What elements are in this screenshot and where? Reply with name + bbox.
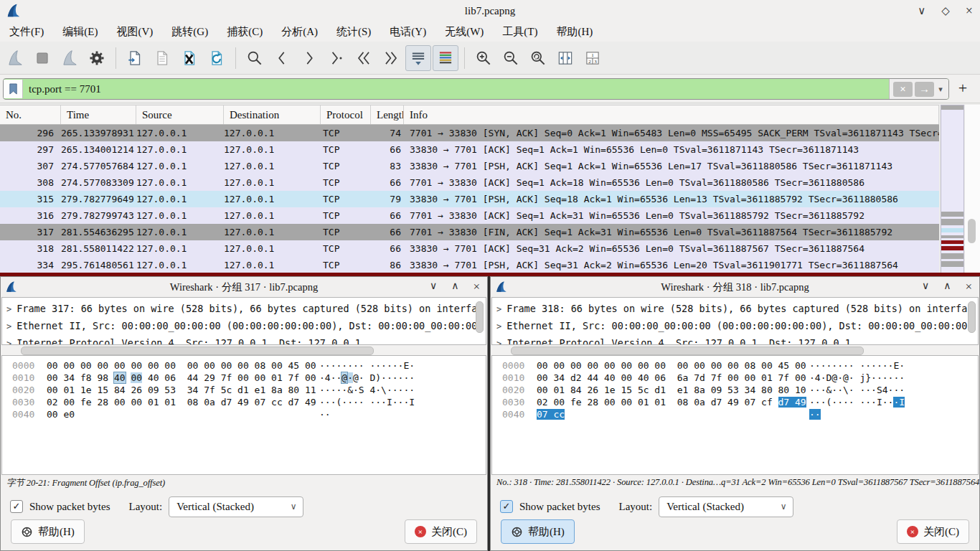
filter-apply-caret-icon[interactable]: ▾	[936, 85, 945, 94]
zoom-reset-button[interactable]	[525, 45, 551, 71]
menu-item-8[interactable]: 无线(W)	[435, 22, 493, 42]
column-header-destination[interactable]: Destination	[224, 105, 321, 124]
scrollbar-thumb[interactable]	[968, 219, 976, 243]
column-header-source[interactable]: Source	[136, 105, 224, 124]
help-button[interactable]: 帮助(H)	[501, 519, 575, 544]
titlebar[interactable]: lib7.pcapng ∨ ◇ ×	[0, 0, 980, 22]
tree-horizontal-scrollbar[interactable]	[1, 345, 487, 355]
find-packet-button[interactable]	[242, 45, 268, 71]
close-icon[interactable]: ×	[965, 280, 972, 294]
tree-row-2[interactable]: >Internet Protocol Version 4, Src: 127.0…	[6, 334, 486, 345]
maximize-icon[interactable]: ◇	[941, 4, 950, 17]
zoom-in-button[interactable]	[471, 45, 496, 71]
hex-row-0000[interactable]: 000000 00 00 00 00 00 00 00 00 00 00 00 …	[12, 359, 486, 372]
hex-row-0020[interactable]: 002000 01 1e 15 84 26 09 53 34 7f 5c d1 …	[12, 384, 486, 396]
column-header-protocol[interactable]: Protocol	[321, 105, 371, 124]
hex-row-0040[interactable]: 004000 e0··	[12, 408, 486, 420]
packet-bytes-pane[interactable]: 000000 00 00 00 00 00 00 00 00 00 00 00 …	[491, 355, 979, 475]
tree-scrollbar-thumb[interactable]	[476, 301, 484, 333]
minimize-icon[interactable]: ∨	[430, 280, 437, 294]
packet-detail-tree[interactable]: >Frame 318: 66 bytes on wire (528 bits),…	[491, 297, 979, 345]
filter-apply-button[interactable]: →	[915, 82, 934, 97]
expander-icon[interactable]: >	[6, 339, 11, 345]
close-button[interactable]: × 关闭(C)	[897, 519, 969, 544]
hex-row-0010[interactable]: 001000 34 d2 44 40 00 40 06 6a 7d 7f 00 …	[502, 372, 978, 384]
packet-row-318[interactable]: 318281.558011422127.0.0.1127.0.0.1TCP663…	[0, 240, 939, 257]
menu-item-4[interactable]: 捕获(C)	[217, 22, 272, 42]
menu-item-2[interactable]: 视图(V)	[108, 22, 163, 42]
hex-ascii[interactable]: ········ ······E·	[809, 360, 905, 371]
packet-row-334[interactable]: 334295.761480561127.0.0.1127.0.0.1TCP863…	[0, 257, 939, 273]
expander-icon[interactable]: >	[496, 304, 501, 314]
hex-ascii[interactable]: ·4··@·@· D)······	[319, 372, 415, 383]
popup-titlebar[interactable]: Wireshark · 分组 318 · lib7.pcapng ∨ ∧ ×	[491, 277, 979, 297]
menu-item-6[interactable]: 统计(S)	[327, 22, 380, 42]
reload-file-button[interactable]	[204, 45, 230, 71]
close-button[interactable]: × 关闭(C)	[405, 519, 477, 544]
filter-clear-button[interactable]: ×	[893, 82, 913, 97]
packet-row-307[interactable]: 307274.577057684127.0.0.1127.0.0.1TCP833…	[0, 158, 939, 174]
tree-scrollbar-thumb[interactable]	[968, 301, 976, 333]
popup-titlebar[interactable]: Wireshark · 分组 317 · lib7.pcapng ∨ ∧ ×	[1, 277, 487, 297]
hex-bytes[interactable]: 00 34 f8 98 40 00 40 06 44 29 7f 00 00 0…	[47, 372, 319, 384]
menu-item-0[interactable]: 文件(F)	[0, 22, 53, 42]
scrollbar-thumb[interactable]	[511, 347, 864, 355]
intelligent-scrollbar-minimap[interactable]	[941, 105, 964, 273]
minimize-icon[interactable]: ∨	[922, 280, 929, 294]
maximize-icon[interactable]: ∧	[451, 280, 458, 294]
tree-row-1[interactable]: >Ethernet II, Src: 00:00:00_00:00:00 (00…	[496, 317, 978, 334]
menu-item-10[interactable]: 帮助(H)	[547, 22, 602, 42]
help-button[interactable]: 帮助(H)	[11, 519, 85, 544]
hex-bytes[interactable]: 07 cc	[537, 408, 809, 420]
show-packet-bytes-checkbox[interactable]: ✓	[500, 500, 513, 513]
go-forward-button[interactable]	[296, 45, 322, 71]
expander-icon[interactable]: >	[6, 304, 11, 314]
column-header-time[interactable]: Time	[61, 105, 136, 124]
hex-ascii[interactable]: ··	[809, 409, 821, 420]
go-first-packet-button[interactable]	[351, 45, 377, 71]
restart-capture-button[interactable]	[57, 45, 83, 71]
menu-item-9[interactable]: 工具(T)	[493, 22, 547, 42]
column-header-no[interactable]: No.	[0, 105, 61, 124]
hex-row-0000[interactable]: 000000 00 00 00 00 00 00 00 00 00 00 00 …	[502, 359, 978, 372]
minimize-icon[interactable]: ∨	[918, 4, 925, 17]
hex-ascii[interactable]: ··	[319, 409, 331, 420]
go-last-packet-button[interactable]	[378, 45, 404, 71]
packet-list-scrollbar[interactable]	[965, 105, 980, 273]
menu-item-7[interactable]: 电话(Y)	[380, 22, 435, 42]
hex-ascii[interactable]: ·····&·S 4·\·····	[319, 385, 415, 395]
hex-bytes[interactable]: 02 00 fe 28 00 00 01 01 08 0a d7 49 07 c…	[47, 396, 319, 408]
expander-icon[interactable]: >	[496, 321, 501, 331]
filter-add-button[interactable]: +	[954, 78, 971, 98]
hex-bytes[interactable]: 02 00 fe 28 00 00 01 01 08 0a d7 49 07 c…	[537, 396, 809, 408]
show-packet-bytes-checkbox[interactable]: ✓	[10, 500, 23, 513]
packet-bytes-pane[interactable]: 000000 00 00 00 00 00 00 00 00 00 00 00 …	[1, 355, 486, 475]
column-header-length[interactable]: Length	[371, 105, 404, 124]
hex-bytes[interactable]: 00 01 1e 15 84 26 09 53 34 7f 5c d1 e1 8…	[47, 384, 319, 396]
go-back-button[interactable]	[269, 45, 295, 71]
tree-horizontal-scrollbar[interactable]	[491, 345, 979, 355]
hex-row-0010[interactable]: 001000 34 f8 98 40 00 40 06 44 29 7f 00 …	[12, 372, 486, 384]
hex-row-0030[interactable]: 003002 00 fe 28 00 00 01 01 08 0a d7 49 …	[502, 396, 978, 408]
tree-row-0[interactable]: >Frame 318: 66 bytes on wire (528 bits),…	[496, 300, 978, 317]
packet-row-316[interactable]: 316279.782799743127.0.0.1127.0.0.1TCP667…	[0, 207, 939, 224]
menu-item-5[interactable]: 分析(A)	[272, 22, 327, 42]
packet-row-297[interactable]: 297265.134001214127.0.0.1127.0.0.1TCP663…	[0, 141, 939, 158]
hex-ascii[interactable]: ········ ······E·	[319, 360, 415, 371]
packet-list-header[interactable]: No.TimeSourceDestinationProtocolLengthIn…	[0, 105, 939, 125]
hex-row-0020[interactable]: 002000 01 84 26 1e 15 5c d1 e1 8a 09 53 …	[502, 384, 978, 396]
hex-bytes[interactable]: 00 01 84 26 1e 15 5c d1 e1 8a 09 53 34 8…	[537, 384, 809, 396]
packet-row-315[interactable]: 315279.782779649127.0.0.1127.0.0.1TCP793…	[0, 191, 939, 207]
hex-bytes[interactable]: 00 00 00 00 00 00 00 00 00 00 00 00 08 0…	[47, 359, 319, 372]
packet-row-296[interactable]: 296265.133978931127.0.0.1127.0.0.1TCP747…	[0, 125, 939, 141]
hex-bytes[interactable]: 00 00 00 00 00 00 00 00 00 00 00 00 08 0…	[537, 359, 809, 372]
layout-dropdown[interactable]: Vertical (Stacked) ∨	[169, 496, 303, 517]
filter-bookmark-button[interactable]	[4, 80, 23, 98]
tree-row-2[interactable]: >Internet Protocol Version 4, Src: 127.0…	[496, 334, 978, 345]
colorize-packets-button[interactable]	[433, 45, 458, 71]
hex-ascii[interactable]: ···(···· ···I···I	[319, 397, 415, 408]
hex-bytes[interactable]: 00 34 d2 44 40 00 40 06 6a 7d 7f 00 00 0…	[537, 372, 809, 384]
column-header-info[interactable]: Info	[404, 105, 939, 124]
menu-item-3[interactable]: 跳转(G)	[162, 22, 217, 42]
packet-detail-tree[interactable]: >Frame 317: 66 bytes on wire (528 bits),…	[1, 297, 486, 345]
